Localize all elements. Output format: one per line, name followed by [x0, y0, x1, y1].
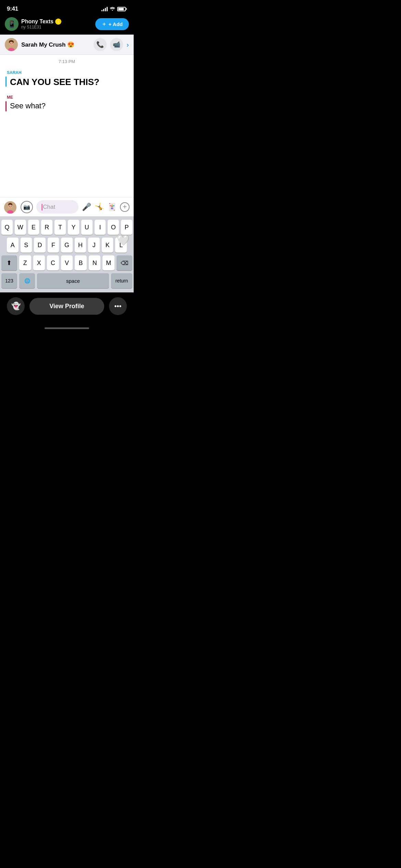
imessage-screen: Sarah My Crush 😍 📞 📹 › 7:13 PM SARAH CAN…	[0, 35, 134, 292]
key-d[interactable]: D	[34, 238, 46, 253]
key-j[interactable]: J	[88, 238, 100, 253]
message-bar-sarah	[5, 76, 7, 87]
key-b[interactable]: B	[75, 255, 87, 270]
snap-icon: 👻	[11, 302, 21, 311]
home-indicator	[0, 325, 134, 333]
more-icon: •••	[114, 302, 121, 310]
contact-avatar	[5, 38, 18, 51]
video-icon: 📹	[113, 41, 120, 48]
message-content-sarah: CAN YOU SEE THIS?	[10, 76, 99, 88]
space-key[interactable]: space	[37, 273, 109, 288]
svg-point-12	[8, 205, 12, 209]
chat-input-bar: 📷 | Chat 🎤 🤸 🃏 +	[0, 197, 134, 216]
message-bar-me	[5, 101, 7, 111]
chat-timestamp: 7:13 PM	[0, 55, 134, 67]
plus-button[interactable]: +	[120, 202, 130, 212]
chat-area: SARAH CAN YOU SEE THIS? ME See what?	[0, 67, 134, 197]
svg-point-6	[10, 43, 11, 44]
app-title-area: Phony Texts ⭐ ny S11E31	[21, 19, 61, 29]
key-i[interactable]: I	[95, 220, 106, 235]
status-icons	[101, 7, 127, 12]
key-v[interactable]: V	[61, 255, 73, 270]
more-options-button[interactable]: •••	[109, 297, 127, 315]
shift-key[interactable]: ⬆	[1, 255, 17, 270]
signal-icon	[101, 7, 108, 11]
key-p[interactable]: P	[121, 220, 132, 235]
home-bar	[45, 327, 89, 329]
imessage-topbar: Sarah My Crush 😍 📞 📹 ›	[0, 35, 134, 55]
camera-button[interactable]: 📷	[21, 201, 33, 213]
key-x[interactable]: X	[33, 255, 45, 270]
key-f[interactable]: F	[48, 238, 59, 253]
key-w[interactable]: W	[15, 220, 26, 235]
chat-placeholder: Chat	[43, 204, 55, 210]
keyboard-row-3: ⬆ Z X C V B N M ⌫	[1, 255, 132, 270]
key-h[interactable]: H	[75, 238, 86, 253]
message-group-me: ME See what?	[5, 95, 128, 111]
key-n[interactable]: N	[89, 255, 101, 270]
svg-point-7	[12, 43, 13, 44]
svg-point-13	[9, 206, 10, 207]
app-top-left: 📱 Phony Texts ⭐ ny S11E31	[5, 17, 61, 31]
wifi-icon	[110, 7, 115, 12]
keyboard-row-2: A S D F G H J K L	[1, 238, 132, 253]
key-g[interactable]: G	[61, 238, 73, 253]
battery-icon	[117, 7, 127, 11]
key-t[interactable]: T	[54, 220, 66, 235]
backspace-key[interactable]: ⌫	[117, 255, 132, 270]
message-text-sarah: CAN YOU SEE THIS?	[5, 76, 128, 88]
imessage-actions: 📞 📹 ›	[94, 38, 129, 51]
chat-avatar-small	[4, 201, 16, 214]
key-k[interactable]: K	[102, 238, 113, 253]
app-subtitle: ny S11E31	[21, 25, 61, 29]
sender-label-me: ME	[5, 95, 128, 100]
phone-call-button[interactable]: 📞	[94, 38, 107, 51]
contact-name: Sarah My Crush 😍	[21, 41, 74, 48]
keyboard: Q W E R T Y U I O P 🤍 A S D F G H J K L …	[0, 216, 134, 292]
emoji-key[interactable]: 🌐	[19, 273, 35, 288]
chevron-right-icon[interactable]: ›	[126, 41, 129, 49]
key-o[interactable]: O	[108, 220, 119, 235]
key-q[interactable]: Q	[1, 220, 13, 235]
key-s[interactable]: S	[21, 238, 32, 253]
key-m[interactable]: M	[102, 255, 114, 270]
key-e[interactable]: E	[28, 220, 39, 235]
status-time: 9:41	[7, 5, 18, 12]
contact-area: Sarah My Crush 😍	[5, 38, 74, 51]
svg-point-14	[11, 206, 12, 207]
key-u[interactable]: U	[81, 220, 93, 235]
status-bar: 9:41	[0, 0, 134, 15]
add-button[interactable]: ＋ + Add	[95, 18, 129, 30]
svg-point-5	[9, 42, 13, 46]
video-call-button[interactable]: 📹	[110, 38, 123, 51]
keyboard-row-1: Q W E R T Y U I O P	[1, 220, 132, 235]
sender-label-sarah: SARAH	[5, 70, 128, 75]
numbers-key[interactable]: 123	[1, 273, 17, 288]
key-a[interactable]: A	[7, 238, 19, 253]
chat-input-field[interactable]: | Chat	[36, 200, 78, 214]
snap-camera-button[interactable]: 👻	[7, 297, 25, 315]
camera-icon: 📷	[23, 204, 30, 210]
message-group-sarah: SARAH CAN YOU SEE THIS?	[5, 70, 128, 88]
key-z[interactable]: Z	[19, 255, 31, 270]
return-key[interactable]: return	[111, 273, 132, 288]
bottom-overlay: 👻 View Profile •••	[0, 292, 134, 325]
message-text-me: See what?	[5, 101, 128, 111]
app-title: Phony Texts ⭐	[21, 19, 61, 25]
message-content-me: See what?	[10, 101, 46, 111]
phone-icon: 📞	[96, 41, 104, 48]
keyboard-row-4: 123 🌐 space return	[1, 273, 132, 288]
key-y[interactable]: Y	[68, 220, 79, 235]
app-top-bar: 📱 Phony Texts ⭐ ny S11E31 ＋ + Add	[0, 15, 134, 35]
view-profile-button[interactable]: View Profile	[29, 298, 104, 315]
app-icon: 📱	[5, 17, 19, 31]
card-button[interactable]: 🃏	[107, 203, 117, 212]
star-badge: ⭐	[55, 19, 61, 25]
key-c[interactable]: C	[47, 255, 59, 270]
mic-button[interactable]: 🎤	[82, 203, 91, 212]
heart-icon: 🤍	[117, 234, 130, 246]
sticker-button[interactable]: 🤸	[95, 203, 104, 212]
key-r[interactable]: R	[41, 220, 52, 235]
